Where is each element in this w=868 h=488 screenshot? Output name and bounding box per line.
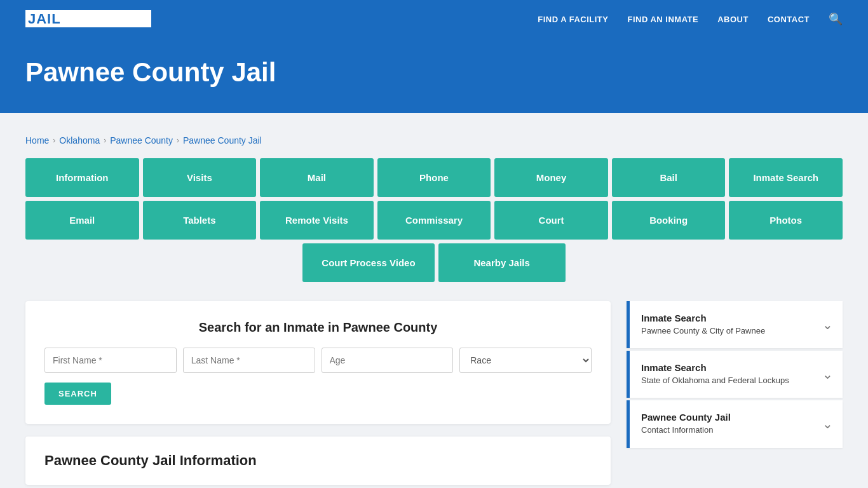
search-panel: Search for an Inmate in Pawnee County Ra…: [25, 301, 611, 424]
tile-bail[interactable]: Bail: [612, 158, 726, 197]
tile-phone[interactable]: Phone: [377, 158, 491, 197]
brand-logo[interactable]: JAILEXCHANGE: [25, 11, 151, 27]
sidebar-card-subtitle-1: Pawnee County & City of Pawnee: [641, 325, 765, 337]
sidebar-card-text-3: Pawnee County Jail Contact Information: [641, 412, 731, 436]
tile-inmate-search[interactable]: Inmate Search: [729, 158, 843, 197]
sidebar-card-title-3: Pawnee County Jail: [641, 412, 731, 423]
tile-money[interactable]: Money: [494, 158, 608, 197]
tile-mail[interactable]: Mail: [260, 158, 374, 197]
last-name-input[interactable]: [183, 348, 315, 373]
hero-section: Pawnee County Jail: [0, 38, 868, 113]
tile-remote-visits[interactable]: Remote Visits: [260, 201, 374, 240]
info-section-title: Pawnee County Jail Information: [44, 452, 592, 469]
tile-visits[interactable]: Visits: [143, 158, 257, 197]
sidebar-card-subtitle-3: Contact Information: [641, 424, 731, 436]
breadcrumb-pawnee-county-jail[interactable]: Pawnee County Jail: [183, 135, 262, 146]
age-input[interactable]: [322, 348, 454, 373]
breadcrumb-sep-1: ›: [53, 136, 55, 145]
breadcrumb-pawnee-county[interactable]: Pawnee County: [110, 135, 173, 146]
sidebar-card-text-2: Inmate Search State of Oklahoma and Fede…: [641, 362, 789, 386]
nav-about[interactable]: ABOUT: [717, 15, 749, 24]
breadcrumb-home[interactable]: Home: [25, 135, 49, 146]
tile-email[interactable]: Email: [25, 201, 139, 240]
tile-photos[interactable]: Photos: [729, 201, 843, 240]
breadcrumb: Home › Oklahoma › Pawnee County › Pawnee…: [25, 126, 843, 158]
tile-grid-row2: Email Tablets Remote Visits Commissary C…: [25, 201, 843, 240]
nav-find-facility[interactable]: FIND A FACILITY: [538, 15, 608, 24]
tile-booking[interactable]: Booking: [612, 201, 726, 240]
search-button[interactable]: SEARCH: [44, 383, 111, 405]
search-fields: Race White Black Hispanic Asian Other: [44, 348, 592, 373]
tile-information[interactable]: Information: [25, 158, 139, 197]
search-panel-title: Search for an Inmate in Pawnee County: [44, 320, 592, 335]
tile-nearby-jails[interactable]: Nearby Jails: [438, 243, 566, 282]
sidebar-card-text-1: Inmate Search Pawnee County & City of Pa…: [641, 313, 765, 337]
search-icon-button[interactable]: 🔍: [829, 12, 843, 26]
sidebar-card-title-2: Inmate Search: [641, 362, 789, 373]
tile-commissary[interactable]: Commissary: [377, 201, 491, 240]
breadcrumb-sep-2: ›: [104, 136, 106, 145]
tile-court-process-video[interactable]: Court Process Video: [302, 243, 434, 282]
sidebar-card-inmate-search-pawnee[interactable]: Inmate Search Pawnee County & City of Pa…: [627, 301, 843, 348]
sidebar-card-contact-info[interactable]: Pawnee County Jail Contact Information ⌄: [627, 400, 843, 447]
tile-grid-row1: Information Visits Mail Phone Money Bail…: [25, 158, 843, 197]
sidebar-card-subtitle-2: State of Oklahoma and Federal Lockups: [641, 375, 789, 386]
content-grid: Search for an Inmate in Pawnee County Ra…: [25, 301, 843, 485]
chevron-down-icon-2: ⌄: [822, 367, 833, 382]
main-wrapper: Home › Oklahoma › Pawnee County › Pawnee…: [0, 113, 868, 488]
nav-find-inmate[interactable]: FIND AN INMATE: [627, 15, 698, 24]
chevron-down-icon-1: ⌄: [822, 317, 833, 332]
breadcrumb-oklahoma[interactable]: Oklahoma: [59, 135, 100, 146]
chevron-down-icon-3: ⌄: [822, 416, 833, 431]
sidebar-card-title-1: Inmate Search: [641, 313, 765, 323]
race-select[interactable]: Race White Black Hispanic Asian Other: [459, 348, 592, 373]
nav-links: FIND A FACILITY FIND AN INMATE ABOUT CON…: [538, 12, 843, 26]
sidebar-card-inmate-search-state[interactable]: Inmate Search State of Oklahoma and Fede…: [627, 351, 843, 398]
nav-contact[interactable]: CONTACT: [768, 15, 810, 24]
sidebar: Inmate Search Pawnee County & City of Pa…: [627, 301, 843, 451]
tile-court[interactable]: Court: [494, 201, 608, 240]
tile-grid-row3: Court Process Video Nearby Jails: [25, 243, 843, 282]
navbar: JAILEXCHANGE FIND A FACILITY FIND AN INM…: [0, 0, 868, 38]
breadcrumb-sep-3: ›: [177, 136, 179, 145]
page-title: Pawnee County Jail: [25, 57, 843, 88]
first-name-input[interactable]: [44, 348, 177, 373]
tile-tablets[interactable]: Tablets: [143, 201, 257, 240]
info-section: Pawnee County Jail Information: [25, 437, 611, 485]
left-column: Search for an Inmate in Pawnee County Ra…: [25, 301, 611, 485]
